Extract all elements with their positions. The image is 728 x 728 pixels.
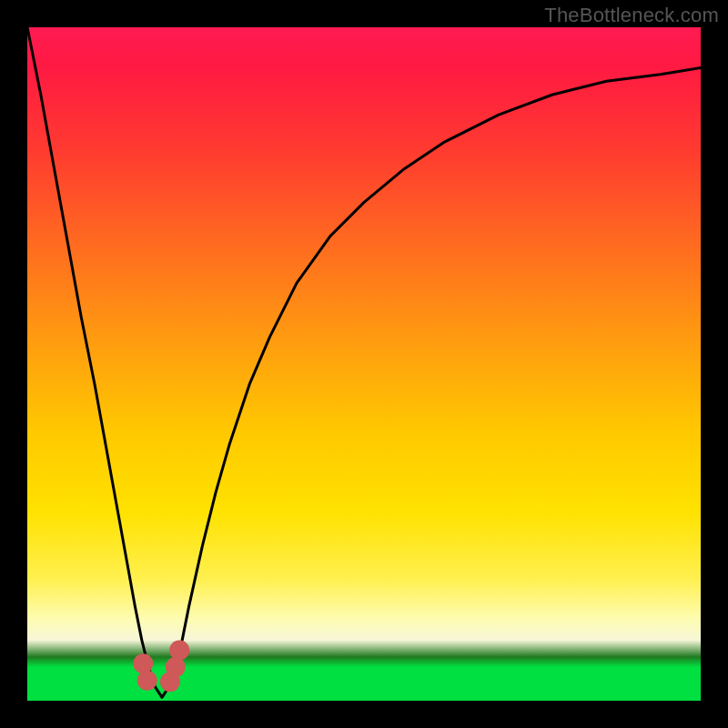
curve-layer <box>27 27 701 701</box>
watermark-text: TheBottleneck.com <box>544 4 719 27</box>
bottleneck-curve <box>27 27 701 697</box>
dip-marker <box>133 653 153 673</box>
dip-marker <box>137 671 157 691</box>
dip-marker <box>166 657 186 677</box>
dip-markers <box>133 641 189 693</box>
chart-frame: TheBottleneck.com <box>0 0 728 728</box>
dip-marker <box>169 641 189 661</box>
plot-area <box>27 27 701 701</box>
